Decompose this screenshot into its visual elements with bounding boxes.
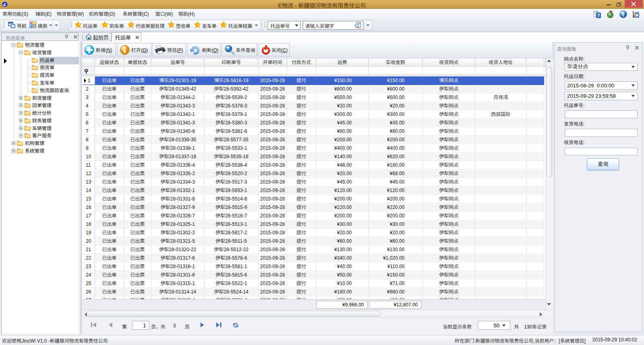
- svg-text:?: ?: [597, 13, 600, 18]
